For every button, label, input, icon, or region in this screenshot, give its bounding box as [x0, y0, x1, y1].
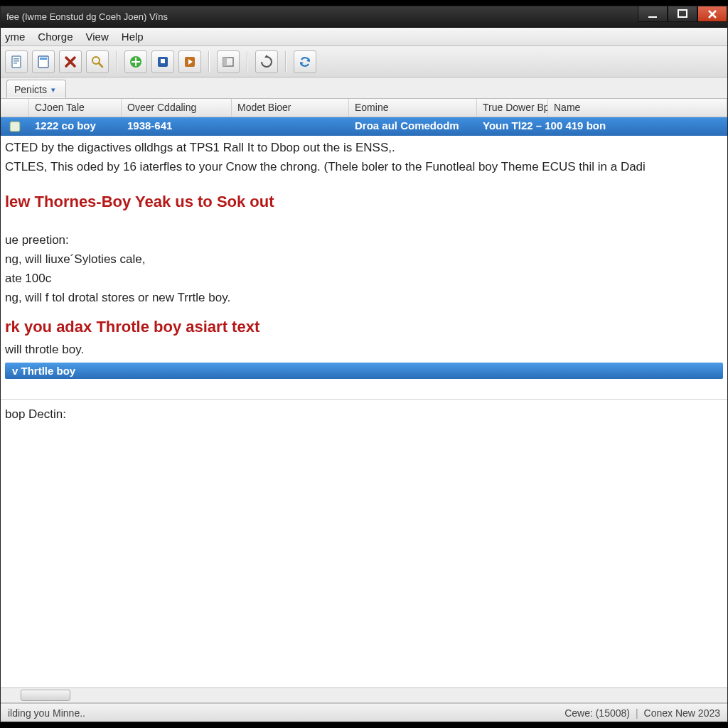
link-button[interactable]: v Thrtlle boy	[5, 363, 723, 379]
paragraph: ate 100c	[1, 269, 727, 289]
paragraph: ue preetion:	[1, 231, 727, 250]
close-button[interactable]	[697, 6, 727, 22]
menu-item[interactable]: yme	[5, 31, 25, 43]
heading-red: rk you adax Throtle boy asiart text	[1, 308, 727, 341]
svg-rect-2	[12, 56, 21, 68]
col-header[interactable]: Name	[548, 99, 727, 117]
svg-rect-4	[14, 60, 19, 62]
row-icon	[1, 117, 29, 136]
window-title: fee (Iwme Eonstud dg Coeh Joen) Vîns	[6, 11, 168, 22]
toolbar-separator	[285, 51, 287, 73]
col-header[interactable]: Oveer Cddaling	[122, 99, 232, 117]
minimize-button[interactable]	[638, 6, 668, 22]
toolbar	[1, 46, 727, 77]
svg-rect-0	[648, 16, 657, 18]
menu-item[interactable]: View	[86, 31, 109, 43]
col-header[interactable]: Eomine	[349, 99, 477, 117]
heading-red: lew Thornes-Boy Yeak us to Sok out	[1, 177, 727, 218]
toolbar-separator	[116, 51, 117, 73]
svg-rect-7	[40, 58, 47, 60]
status-center: Cewe: (15008)	[564, 707, 630, 719]
cell: 1938-641	[122, 117, 232, 136]
cell: 1222 co boy	[29, 117, 122, 136]
svg-rect-5	[14, 63, 17, 64]
svg-rect-3	[14, 58, 19, 60]
maximize-button[interactable]	[668, 6, 697, 22]
svg-rect-13	[223, 58, 227, 66]
toolbar-separator	[208, 51, 210, 73]
app-window: fee (Iwme Eonstud dg Coeh Joen) Vîns yme…	[0, 6, 728, 722]
tab-active[interactable]: Penicts ▾	[6, 80, 66, 98]
paragraph: ng, will liuxe´Syloties cale,	[1, 250, 727, 269]
col-header[interactable]: True Dower Bp	[477, 99, 548, 117]
toolbar-doc2-button[interactable]	[32, 50, 55, 73]
toolbar-search-button[interactable]	[86, 50, 109, 73]
chevron-down-icon: ▾	[51, 85, 55, 95]
paragraph: CTED by the digactives olldhgs at TPS1 R…	[1, 139, 727, 158]
list-row-selected[interactable]: 1222 co boy 1938-641 Droa aul Comedodm Y…	[1, 117, 727, 136]
toolbar-flag-button[interactable]	[151, 50, 174, 73]
column-headers: CJoen Tale Oveer Cddaling Modet Bioer Eo…	[1, 99, 727, 117]
content-pane: CTED by the digactives olldhgs at TPS1 R…	[1, 136, 727, 687]
svg-rect-14	[10, 122, 20, 132]
paragraph: ng, will f tol drotal stores or new Trrt…	[1, 289, 727, 308]
cell: Youn Tl22 – 100 419 bon	[477, 117, 727, 136]
paragraph: CTLES, This oded by 16 iaterfles to your…	[1, 158, 727, 177]
divider	[1, 399, 727, 400]
cell	[232, 117, 349, 136]
col-header[interactable]: Modet Bioer	[232, 99, 349, 117]
col-header[interactable]: CJoen Tale	[29, 99, 122, 117]
horizontal-scrollbar[interactable]	[1, 687, 727, 703]
window-controls	[638, 6, 727, 27]
toolbar-panel-button[interactable]	[217, 50, 240, 73]
toolbar-sync-button[interactable]	[294, 50, 316, 73]
toolbar-run-button[interactable]	[124, 50, 147, 73]
menu-item[interactable]: Chorge	[38, 31, 73, 43]
svg-rect-1	[678, 10, 687, 17]
tab-row: Penicts ▾	[1, 77, 727, 99]
paragraph: bop Dectin:	[1, 405, 727, 424]
menu-bar: yme Chorge View Help	[1, 28, 727, 46]
menu-item[interactable]: Help	[122, 31, 144, 43]
cell: Droa aul Comedodm	[349, 117, 477, 136]
status-right: Conex New 2023	[644, 707, 720, 719]
title-bar: fee (Iwme Eonstud dg Coeh Joen) Vîns	[1, 6, 727, 28]
toolbar-delete-button[interactable]	[59, 50, 82, 73]
toolbar-refresh-button[interactable]	[255, 50, 278, 73]
scrollbar-thumb[interactable]	[21, 690, 70, 701]
toolbar-separator	[247, 51, 248, 73]
status-bar: ilding you Minne.. Cewe: (15008) | Conex…	[1, 703, 727, 722]
col-icon[interactable]	[1, 99, 29, 117]
toolbar-doc-button[interactable]	[5, 50, 28, 73]
paragraph: will throtle boy.	[1, 341, 727, 360]
tab-label: Penicts	[14, 84, 47, 95]
toolbar-play-button[interactable]	[178, 50, 201, 73]
status-separator: |	[630, 707, 644, 719]
status-left: ilding you Minne..	[8, 707, 85, 719]
